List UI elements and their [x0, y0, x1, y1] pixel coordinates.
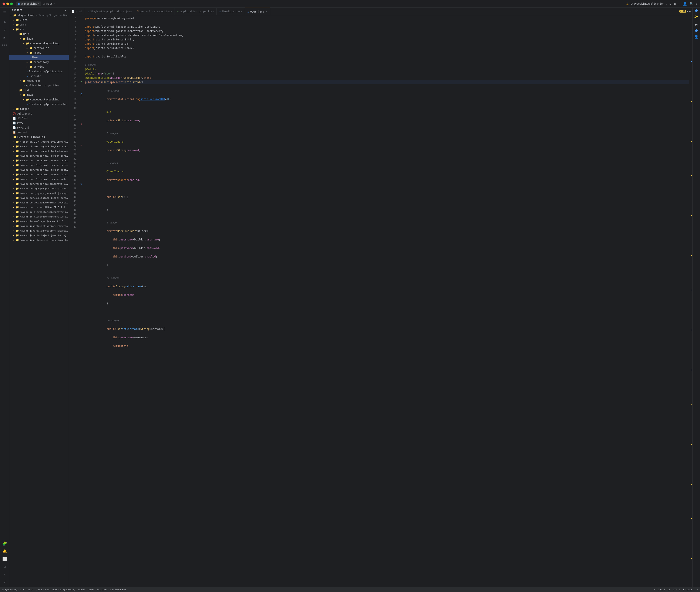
build-button[interactable]: ⚙	[674, 2, 676, 5]
breadcrumb-main[interactable]: main	[28, 588, 34, 591]
vcs-status[interactable]: V	[654, 588, 656, 591]
tree-item-service[interactable]: ▸ 📁 service	[9, 64, 69, 69]
project-tree-button[interactable]: ☰	[1, 9, 8, 16]
maximize-button[interactable]	[10, 3, 13, 5]
more-options-button[interactable]: ⋯	[678, 2, 680, 5]
project-selector[interactable]: ■ staybooking ▾	[16, 1, 41, 6]
tree-item-pom-xml[interactable]: 📋 pom.xml	[9, 130, 69, 135]
expand-icon[interactable]: ⤢	[696, 588, 698, 591]
tree-item-logback-classic[interactable]: ▸ 📁 Maven: ch.qos.logback:logback-classi…	[9, 144, 69, 149]
tree-item-resources[interactable]: ▾ 📁 resources	[9, 79, 69, 83]
tree-item-protobuf[interactable]: ▸ 📁 Maven: com.google.protobuf:protobuf-…	[9, 186, 69, 191]
tree-item-com-eve-test[interactable]: ▾ 📁 com.eve.staybooking	[9, 97, 69, 102]
tree-item-repository[interactable]: ▸ 📁 repository	[9, 60, 69, 64]
encoding[interactable]: UTF-8	[673, 588, 680, 591]
tree-item-openjdk[interactable]: ▸ 📁 < openjdk-21 > /Users/eve/Library/Ja…	[9, 139, 69, 144]
todo-button[interactable]: ☑	[1, 563, 8, 570]
tree-item-android-json[interactable]: ▸ 📁 Maven: com.vaadin.external.google:an…	[9, 200, 69, 205]
tree-item-app-tests[interactable]: ☕ StaybookingApplicationTests	[9, 102, 69, 107]
tree-item-jackson-ann[interactable]: ▸ 📁 Maven: com.fasterxml.jackson.core:ja…	[9, 153, 69, 158]
notifications-button[interactable]: 🔔	[1, 548, 8, 554]
sidebar-tree[interactable]: ▾ 📁 staybooking ~/Desktop/Projects/StayB…	[9, 13, 69, 587]
tree-item-mvnw-cmd[interactable]: 📄 mvnw.cmd	[9, 125, 69, 130]
breadcrumb-src[interactable]: src	[20, 588, 24, 591]
breadcrumb-com[interactable]: com	[45, 588, 49, 591]
run-config-button[interactable]: ▶	[1, 34, 8, 41]
tree-item-user[interactable]: ☕ User	[9, 55, 69, 60]
tree-item-target[interactable]: ▸ 📁 target	[9, 107, 69, 111]
breadcrumb-staybooking[interactable]: staybooking	[2, 588, 17, 591]
tree-item-staybooking-app[interactable]: ☕ StaybookingApplication	[9, 69, 69, 74]
tree-item-test[interactable]: ▾ 📁 test	[9, 88, 69, 93]
tree-item-mvnw[interactable]: 📄 mvnw	[9, 121, 69, 125]
tree-item-helpmd[interactable]: 📄 HELP.md	[9, 116, 69, 121]
plugins-button[interactable]: 🧩	[1, 540, 8, 547]
git-button[interactable]: ⑂	[1, 578, 8, 585]
breadcrumb-java[interactable]: java	[36, 588, 42, 591]
gutter-run-icon-15[interactable]: ▶	[79, 79, 84, 84]
tree-item-jackson-databind[interactable]: ▸ 📁 Maven: com.fasterxml.jackson.core:ja…	[9, 163, 69, 167]
indent-info[interactable]: 4 spaces	[683, 588, 694, 591]
right-icon-user[interactable]: 👤	[693, 33, 700, 40]
right-icon-blue[interactable]	[695, 30, 698, 32]
problems-button[interactable]: ⚠	[1, 571, 8, 578]
tree-item-com-eve[interactable]: ▾ 📁 com.eve.staybooking	[9, 41, 69, 46]
tree-item-userrole[interactable]: ☕ UserRole	[9, 74, 69, 79]
tree-item-src[interactable]: ▾ 📁 src	[9, 27, 69, 32]
tab-pomxml[interactable]: M pom.xml (staybooking)	[134, 8, 175, 15]
tree-item-jackson-module[interactable]: ▸ 📁 Maven: com.fasterxml.jackson.module:…	[9, 177, 69, 182]
ai-assistant-button[interactable]: ✨	[693, 13, 700, 20]
breadcrumb-user-class[interactable]: User	[89, 588, 94, 591]
scroll-gutter[interactable]	[689, 15, 692, 587]
more-tools-button[interactable]: •••	[1, 42, 8, 49]
tree-item-external-libs[interactable]: ▾ 📁 External Libraries	[9, 135, 69, 139]
tree-item-jsonpath[interactable]: ▸ 📁 Maven: com.jayway.jsonpath:json-path…	[9, 191, 69, 196]
tree-item-jakarta-activation[interactable]: ▸ 📁 Maven: jakarta.activation:jakarta.ac…	[9, 224, 69, 228]
tree-item-idea[interactable]: ▸ 📁 .idea	[9, 18, 69, 22]
breadcrumb-model[interactable]: model	[78, 588, 86, 591]
commit-button[interactable]: ⊙	[1, 19, 8, 26]
code-content[interactable]: package com.eve.staybooking.model; impor…	[84, 15, 689, 587]
tree-item-java-main[interactable]: ▾ 📁 java	[9, 36, 69, 41]
tab-helpmd[interactable]: 📄 p.md	[69, 8, 85, 15]
minimize-button[interactable]	[6, 3, 9, 5]
tree-item-istack[interactable]: ▸ 📁 Maven: com.sun.istack:istack-commons…	[9, 196, 69, 200]
close-button[interactable]	[3, 3, 5, 5]
tree-item-logback-core[interactable]: ▸ 📁 Maven: ch.qos.logback:logback-core:1…	[9, 149, 69, 153]
settings-icon[interactable]: ⚙	[696, 2, 697, 5]
tab-userrole[interactable]: ☕ UserRole.java	[217, 8, 245, 15]
breadcrumb[interactable]: staybooking › src › main › java › com › …	[2, 588, 126, 591]
profile-icon[interactable]: 👤	[683, 2, 687, 6]
breadcrumb-staybooking2[interactable]: staybooking	[60, 588, 75, 591]
vcs-button[interactable]: ⑂	[1, 27, 8, 33]
tab-bar-options[interactable]: ⋯	[689, 10, 691, 13]
tree-item-main[interactable]: ▾ 📁 main	[9, 32, 69, 36]
tree-item-controller[interactable]: ▸ 📁 controller	[9, 46, 69, 50]
breadcrumb-builder[interactable]: Builder	[97, 588, 107, 591]
tree-item-jackson-dt2[interactable]: ▸ 📁 Maven: com.fasterxml.jackson.datatyp…	[9, 172, 69, 177]
tree-item-mvn[interactable]: ▸ 📁 .mvn	[9, 22, 69, 27]
tree-item-app-props[interactable]: ⚙ application.properties	[9, 83, 69, 88]
tab-bar-chevron-up[interactable]: ▲	[687, 10, 689, 13]
terminal-button[interactable]: ⬜	[1, 555, 8, 562]
tree-item-jakarta-inject[interactable]: ▸ 📁 Maven: jakarta.inject:jakarta.inject…	[9, 233, 69, 238]
tree-item-model[interactable]: ▾ 📁 model	[9, 50, 69, 55]
breadcrumb-eve[interactable]: eve	[53, 588, 57, 591]
tree-item-jackson-core[interactable]: ▸ 📁 Maven: com.fasterxml.jackson.core:ja…	[9, 158, 69, 163]
search-icon[interactable]: 🔍	[690, 2, 693, 5]
tree-item-java-test[interactable]: ▾ 📁 java	[9, 93, 69, 97]
tree-item-classmate[interactable]: ▸ 📁 Maven: com.fasterxml:classmate:1.7.0	[9, 182, 69, 186]
tab-close-userjava[interactable]: ✕	[265, 10, 268, 13]
right-icon-m[interactable]: m	[693, 21, 700, 28]
tab-staybooking[interactable]: ☕ StaybookingApplication.java	[85, 8, 134, 15]
tree-item-micrometer-commons[interactable]: ▸ 📁 Maven: io.micrometer:micrometer-comm…	[9, 210, 69, 214]
tree-item-jackson-dt1[interactable]: ▸ 📁 Maven: com.fasterxml.jackson.datatyp…	[9, 167, 69, 172]
breadcrumb-set-username[interactable]: setUsername	[110, 588, 126, 591]
right-bar-icon-1[interactable]	[695, 9, 698, 12]
tree-item-jandex[interactable]: ▸ 📁 Maven: io.smallrye:jandex:3.1.2	[9, 219, 69, 224]
tree-item-gitignore[interactable]: 🚫 .gitignore	[9, 111, 69, 116]
branch-selector[interactable]: ⎇ main ▾	[43, 2, 55, 5]
tree-item-micrometer-obs[interactable]: ▸ 📁 Maven: io.micrometer:micrometer-obse…	[9, 214, 69, 219]
tab-appprops[interactable]: ⚙ application.properties	[175, 8, 217, 15]
tree-item-staybooking[interactable]: ▾ 📁 staybooking ~/Desktop/Projects/StayB…	[9, 13, 69, 18]
